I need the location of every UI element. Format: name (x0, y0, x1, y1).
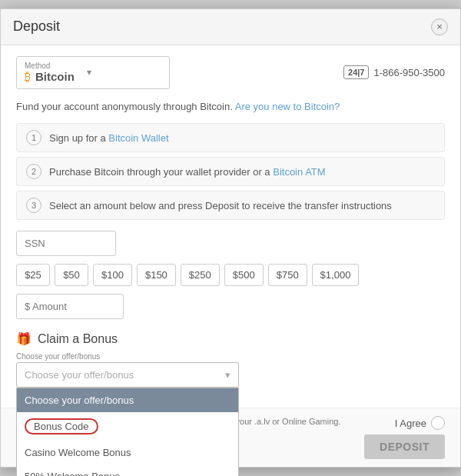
step-3: 3 Select an amount below and press Depos… (16, 191, 445, 220)
fund-info: Fund your account anonymously through Bi… (16, 100, 445, 114)
dropdown-item-50-welcome[interactable]: 50% Welcome Bonus (17, 464, 238, 476)
agree-section: I Agree DEPOSIT (364, 416, 445, 459)
method-selector[interactable]: Method ₿ Bitcoin ▾ (16, 56, 170, 89)
claim-bonus-section: 🎁 Claim a Bonus Choose your offer/bonus … (16, 331, 445, 388)
method-row: Method ₿ Bitcoin ▾ 24|7 1-866-950-3500 (16, 56, 445, 89)
step-2: 2 Purchase Bitcoin through your wallet p… (16, 157, 445, 186)
close-button[interactable]: × (431, 18, 448, 35)
agree-checkbox[interactable] (431, 416, 445, 430)
dropdown-item-50-welcome-text: 50% Welcome Bonus (25, 471, 120, 476)
deposit-button[interactable]: DEPOSIT (364, 434, 445, 459)
modal-header: Deposit × (1, 9, 460, 45)
method-chevron-icon: ▾ (87, 67, 91, 78)
bitcoin-icon: ₿ (25, 70, 31, 84)
claim-bonus-label: Claim a Bonus (38, 332, 118, 346)
amount-btn-1000[interactable]: $1,000 (312, 264, 360, 286)
amount-btn-100[interactable]: $100 (93, 264, 132, 286)
steps-list: 1 Sign up for a Bitcoin Wallet 2 Purchas… (16, 123, 445, 220)
amount-input-row (16, 294, 445, 319)
i-agree-row: I Agree (395, 416, 445, 430)
amount-btn-250[interactable]: $250 (181, 264, 220, 286)
bonus-dropdown-list: Choose your offer/bonus Bonus Code Casin… (16, 388, 239, 476)
method-label-container: Method ₿ Bitcoin (25, 62, 75, 84)
bonus-dropdown[interactable]: Choose your offer/bonus Choose your offe… (16, 352, 239, 388)
step-2-text: Purchase Bitcoin through your wallet pro… (49, 166, 326, 178)
close-icon: × (436, 21, 443, 32)
bitcoin-logo-text: Bitcoin (35, 70, 75, 83)
fund-info-text: Fund your account anonymously through Bi… (16, 101, 233, 112)
i-agree-label: I Agree (395, 418, 426, 429)
dropdown-item-casino-welcome-text: Casino Welcome Bonus (25, 447, 131, 458)
dropdown-item-choose-text: Choose your offer/bonus (25, 394, 134, 406)
deposit-modal: Deposit × Method ₿ Bitcoin ▾ 24|7 1-866-… (0, 8, 461, 468)
step-2-num: 2 (26, 164, 41, 179)
dropdown-item-choose[interactable]: Choose your offer/bonus (17, 388, 238, 412)
amount-buttons: $25 $50 $100 $150 $250 $500 $750 $1,000 (16, 264, 445, 286)
bonus-select-placeholder: Choose your offer/bonus (25, 369, 134, 381)
step-3-text: Select an amount below and press Deposit… (49, 200, 392, 211)
amount-btn-50[interactable]: $50 (55, 264, 88, 286)
support-phone: 1-866-950-3500 (373, 67, 445, 78)
method-inner: ₿ Bitcoin (25, 70, 75, 84)
ssn-row (16, 231, 445, 256)
amount-btn-500[interactable]: $500 (224, 264, 264, 286)
ssn-input[interactable] (16, 231, 116, 256)
bitcoin-atm-link[interactable]: Bitcoin ATM (273, 166, 325, 178)
modal-title: Deposit (13, 18, 60, 35)
bonus-select-trigger[interactable]: Choose your offer/bonus ▾ (16, 362, 239, 388)
amount-btn-25[interactable]: $25 (16, 264, 50, 286)
step-3-num: 3 (26, 198, 41, 213)
amount-input[interactable] (16, 294, 124, 319)
amount-btn-750[interactable]: $750 (268, 264, 307, 286)
modal-body: Method ₿ Bitcoin ▾ 24|7 1-866-950-3500 F… (1, 45, 460, 408)
claim-bonus-title: 🎁 Claim a Bonus (16, 331, 445, 346)
dropdown-item-bonus-code[interactable]: Bonus Code (17, 412, 238, 441)
support-badge: 24|7 (343, 65, 369, 79)
step-1: 1 Sign up for a Bitcoin Wallet (16, 123, 445, 152)
bonus-code-highlight: Bonus Code (25, 418, 98, 434)
new-to-bitcoin-link[interactable]: Are you new to Bitcoin? (235, 101, 340, 112)
bitcoin-wallet-link[interactable]: Bitcoin Wallet (108, 132, 168, 144)
bonus-dropdown-chevron: ▾ (225, 369, 230, 381)
support-info: 24|7 1-866-950-3500 (343, 65, 445, 79)
gift-icon: 🎁 (16, 331, 32, 346)
bonus-dropdown-label: Choose your offer/bonus (16, 352, 239, 361)
dropdown-item-casino-welcome[interactable]: Casino Welcome Bonus (17, 441, 238, 464)
step-1-text: Sign up for a Bitcoin Wallet (49, 132, 169, 144)
method-label: Method (25, 62, 75, 70)
step-1-num: 1 (26, 130, 41, 145)
amount-btn-150[interactable]: $150 (137, 264, 176, 286)
